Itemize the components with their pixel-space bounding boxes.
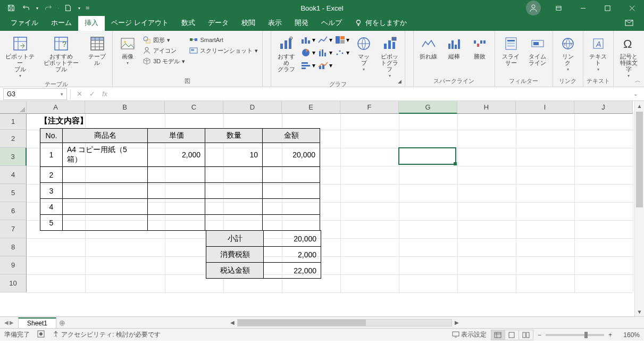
scatter-chart-button[interactable]: ▾	[334, 47, 350, 58]
pivotchart-button[interactable]: ピボットグラ フ▾	[378, 34, 402, 79]
table-row[interactable]	[63, 199, 148, 215]
maximize-icon[interactable]	[595, 0, 620, 16]
icons-button[interactable]: アイコン	[141, 46, 186, 55]
tab-file[interactable]: ファイル	[4, 15, 45, 31]
sparkline-line-button[interactable]: 折れ線	[417, 34, 440, 61]
table-row[interactable]: 10	[205, 143, 263, 167]
table-row[interactable]: A4 コピー用紙（5 箱）	[63, 143, 148, 167]
col-header-E[interactable]: E	[282, 101, 340, 114]
row-header-3[interactable]: 3	[0, 148, 27, 166]
table-row[interactable]	[63, 167, 148, 183]
vertical-scrollbar[interactable]: ▲ ▼	[634, 101, 644, 316]
tab-home[interactable]: ホーム	[45, 15, 78, 31]
screenshot-button[interactable]: スクリーンショット ▾	[188, 46, 259, 55]
table-row[interactable]	[148, 167, 205, 183]
enter-formula-icon[interactable]: ✓	[87, 90, 97, 98]
row-header-9[interactable]: 9	[0, 256, 27, 274]
sheet-tab-sheet1[interactable]: Sheet1	[18, 317, 56, 328]
table-row[interactable]	[263, 183, 320, 199]
col-header-G[interactable]: G	[399, 101, 457, 114]
tab-insert[interactable]: 挿入	[78, 15, 105, 31]
row-header-10[interactable]: 10	[0, 274, 27, 292]
smartart-button[interactable]: SmartArt	[188, 35, 259, 45]
combo-chart-button[interactable]: ▾	[317, 60, 333, 71]
insert-function-icon[interactable]: fx	[99, 90, 110, 98]
table-row[interactable]: 1	[40, 143, 63, 167]
col-header-C[interactable]: C	[165, 101, 223, 114]
row-header-4[interactable]: 4	[0, 166, 27, 184]
redo-icon[interactable]	[41, 1, 55, 15]
table-row[interactable]	[205, 183, 263, 199]
tab-data[interactable]: データ	[202, 15, 235, 31]
hscroll-thumb[interactable]	[238, 320, 366, 326]
table-row[interactable]: 4	[40, 199, 63, 215]
column-chart-button[interactable]: ▾	[300, 34, 316, 46]
save-icon[interactable]	[4, 1, 18, 15]
table-row[interactable]: 2	[40, 167, 63, 183]
charts-dialog-launcher-icon[interactable]: ◢	[396, 78, 403, 85]
undo-icon[interactable]	[19, 1, 33, 15]
table-row[interactable]	[263, 215, 320, 231]
row-header-8[interactable]: 8	[0, 238, 27, 256]
row-header-2[interactable]: 2	[0, 130, 27, 148]
pivottable-button[interactable]: ピボットテー ブル▾	[3, 34, 37, 79]
zoom-slider[interactable]	[546, 334, 604, 336]
qat-customize-icon[interactable]: ▾	[76, 1, 82, 15]
tab-developer[interactable]: 開発	[288, 15, 315, 31]
table-row[interactable]: 2,000	[148, 143, 205, 167]
tab-review[interactable]: 校閲	[235, 15, 262, 31]
table-row[interactable]	[205, 199, 263, 215]
text-button[interactable]: Aテキス ト▾	[587, 34, 610, 73]
table-row[interactable]	[263, 199, 320, 215]
tax-value[interactable]: 2,000	[264, 247, 321, 263]
expand-formula-bar-icon[interactable]: ⌄	[632, 91, 644, 97]
zoom-out-icon[interactable]: −	[538, 331, 541, 339]
table-row[interactable]	[63, 215, 148, 231]
zoom-in-icon[interactable]: +	[608, 331, 612, 339]
table-button[interactable]: テーブル	[85, 34, 109, 67]
horizontal-scrollbar[interactable]: ◀ ▶	[228, 319, 462, 326]
scroll-up-icon[interactable]: ▲	[635, 101, 644, 111]
new-sheet-button[interactable]: ⊕	[56, 319, 68, 327]
new-file-icon[interactable]	[61, 1, 75, 15]
share-icon[interactable]	[614, 15, 644, 31]
scroll-down-icon[interactable]: ▼	[635, 307, 644, 316]
col-header-F[interactable]: F	[340, 101, 399, 114]
sparkline-column-button[interactable]: 縦棒	[442, 34, 466, 61]
macro-record-icon[interactable]	[37, 330, 45, 339]
row-header-7[interactable]: 7	[0, 220, 27, 238]
cancel-formula-icon[interactable]: ✕	[74, 90, 85, 98]
recommended-charts-button[interactable]: ? おすすめ グラフ	[274, 34, 298, 73]
close-icon[interactable]	[620, 0, 644, 16]
formula-bar[interactable]	[113, 88, 632, 100]
name-box-dropdown-icon[interactable]: ▾	[61, 91, 63, 97]
row-header-1[interactable]: 1	[0, 114, 27, 130]
sheet-nav-next-icon[interactable]: ▶	[10, 320, 14, 325]
col-header-H[interactable]: H	[457, 101, 516, 114]
col-header-J[interactable]: J	[574, 101, 633, 114]
account-icon[interactable]	[526, 1, 541, 15]
table-row[interactable]: 20,000	[263, 143, 320, 167]
table-row[interactable]	[63, 183, 148, 199]
ribbon-display-options-icon[interactable]	[546, 0, 571, 16]
tab-formulas[interactable]: 数式	[175, 15, 202, 31]
table-row[interactable]: 5	[40, 215, 63, 231]
view-pagebreak-icon[interactable]	[519, 330, 533, 340]
timeline-button[interactable]: タイム ライン	[526, 34, 549, 67]
subtotal-value[interactable]: 20,000	[264, 231, 321, 247]
tab-view[interactable]: 表示	[262, 15, 288, 31]
pie-chart-button[interactable]: ▾	[300, 47, 316, 58]
total-value[interactable]: 22,000	[264, 263, 321, 279]
hscroll-right-icon[interactable]: ▶	[452, 320, 462, 325]
hscroll-left-icon[interactable]: ◀	[228, 320, 237, 325]
display-settings[interactable]: 表示設定	[452, 330, 487, 339]
view-pagelayout-icon[interactable]	[505, 330, 519, 340]
shapes-button[interactable]: 図形 ▾	[141, 35, 186, 45]
pictures-button[interactable]: 画像▾	[116, 34, 139, 66]
link-button[interactable]: リン ク▾	[556, 34, 580, 73]
tab-pagelayout[interactable]: ページ レイアウト	[105, 15, 175, 31]
table-row[interactable]	[148, 215, 205, 231]
row-header-6[interactable]: 6	[0, 202, 27, 220]
maps-button[interactable]: マッ プ▾	[352, 34, 375, 73]
select-all-corner[interactable]	[0, 101, 27, 114]
